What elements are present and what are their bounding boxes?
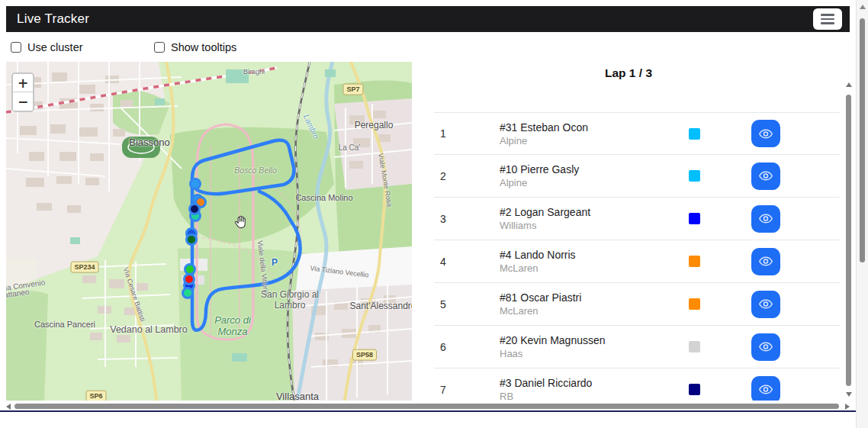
page-scroll-up-arrow[interactable]	[860, 5, 866, 9]
app-header: Live Tracker	[6, 6, 850, 32]
team-name: McLaren	[500, 305, 689, 317]
team-color-swatch	[689, 256, 700, 267]
view-driver-button[interactable]	[751, 205, 780, 233]
position-number: 5	[434, 298, 500, 311]
view-driver-button[interactable]	[751, 291, 780, 318]
eye-icon	[759, 385, 773, 394]
zoom-in-button[interactable]: +	[13, 74, 33, 92]
live-tracker-page: Live Tracker Use cluster Show tooltips	[0, 0, 868, 428]
hamburger-menu-button[interactable]	[813, 8, 842, 30]
list-scrollbar[interactable]	[843, 79, 854, 403]
position-number: 1	[434, 127, 500, 140]
driver-list: 1 #31 Esteban Ocon Alpine 2 #10 Pierre G…	[434, 112, 840, 401]
driver-row: 4 #4 Lando Norris McLaren	[434, 240, 840, 283]
driver-name: #3 Daniel Ricciardo	[500, 377, 689, 389]
driver-markers-layer	[6, 62, 412, 401]
driver-name: #31 Esteban Ocon	[500, 121, 689, 134]
team-color-swatch	[689, 384, 700, 395]
lap-indicator: Lap 1 / 3	[416, 66, 841, 80]
team-name: Williams	[500, 220, 689, 231]
driver-name: #81 Oscar Piastri	[500, 291, 689, 304]
team-color-swatch	[689, 213, 700, 224]
team-name: Haas	[500, 348, 689, 359]
team-name: Alpine	[500, 135, 689, 146]
scroll-right-arrow[interactable]	[845, 404, 850, 410]
driver-row: 3 #2 Logan Sargeant Williams	[434, 198, 840, 240]
position-number: 4	[434, 256, 500, 268]
driver-name: #2 Logan Sargeant	[500, 206, 689, 218]
eye-icon	[759, 342, 773, 352]
view-driver-button[interactable]	[751, 376, 780, 401]
driver-row: 2 #10 Pierre Gasly Alpine	[434, 155, 840, 198]
driver-marker[interactable]	[183, 273, 195, 285]
eye-icon	[759, 256, 773, 266]
use-cluster-control: Use cluster	[11, 41, 83, 53]
eye-icon	[759, 214, 773, 224]
use-cluster-label: Use cluster	[27, 41, 83, 53]
eye-icon	[759, 171, 773, 181]
position-number: 3	[434, 213, 500, 225]
driver-row: 1 #31 Esteban Ocon Alpine	[434, 112, 840, 155]
show-tooltips-checkbox[interactable]	[154, 42, 165, 53]
team-color-swatch	[689, 170, 700, 182]
team-name: RB	[500, 391, 689, 401]
team-name: McLaren	[500, 262, 689, 274]
page-scrollbar-thumb[interactable]	[860, 18, 865, 262]
page-title: Live Tracker	[17, 11, 89, 27]
driver-name: #4 Lando Norris	[500, 249, 689, 261]
scroll-down-arrow[interactable]	[846, 392, 852, 397]
hamburger-icon	[821, 14, 834, 15]
position-number: 7	[434, 384, 500, 396]
zoom-out-button[interactable]: −	[13, 92, 33, 111]
team-color-swatch	[689, 128, 700, 140]
driver-name: #20 Kevin Magnussen	[500, 334, 689, 346]
view-driver-button[interactable]	[751, 333, 780, 361]
list-scrollbar-thumb[interactable]	[846, 95, 851, 386]
show-tooltips-label: Show tooltips	[171, 41, 236, 53]
eye-icon	[759, 129, 773, 139]
use-cluster-checkbox[interactable]	[11, 42, 21, 53]
driver-row: 5 #81 Oscar Piastri McLaren	[434, 283, 840, 326]
horizontal-scrollbar-thumb[interactable]	[14, 404, 839, 409]
hand-cursor-icon	[234, 214, 247, 232]
driver-marker[interactable]	[182, 287, 194, 299]
driver-marker[interactable]	[185, 233, 198, 246]
driver-name: #10 Pierre Gasly	[500, 163, 689, 175]
map-zoom-control: + −	[11, 72, 34, 112]
driver-row: 7 #3 Daniel Ricciardo RB	[434, 368, 840, 401]
scroll-left-arrow[interactable]	[6, 404, 11, 410]
view-driver-button[interactable]	[751, 163, 780, 190]
show-tooltips-control: Show tooltips	[154, 41, 236, 53]
eye-icon	[759, 299, 773, 309]
team-name: Alpine	[500, 177, 689, 188]
team-color-swatch	[689, 298, 700, 310]
driver-row: 6 #20 Kevin Magnussen Haas	[434, 326, 840, 368]
scroll-up-arrow[interactable]	[846, 82, 852, 87]
page-scrollbar[interactable]	[856, 0, 868, 428]
driver-marker[interactable]	[189, 178, 201, 190]
position-number: 6	[434, 341, 500, 353]
view-driver-button[interactable]	[751, 120, 780, 147]
map-canvas[interactable]: Biraghi Biassono Peregallo La Ca' Cascin…	[6, 62, 412, 401]
team-color-swatch	[689, 341, 700, 352]
standings-panel: Lap 1 / 3 1 #31 Esteban Ocon Alpine 2 #1…	[416, 63, 841, 401]
view-driver-button[interactable]	[751, 248, 780, 275]
position-number: 2	[434, 170, 500, 182]
page-bottom-border	[0, 410, 856, 412]
driver-marker[interactable]	[188, 203, 201, 215]
